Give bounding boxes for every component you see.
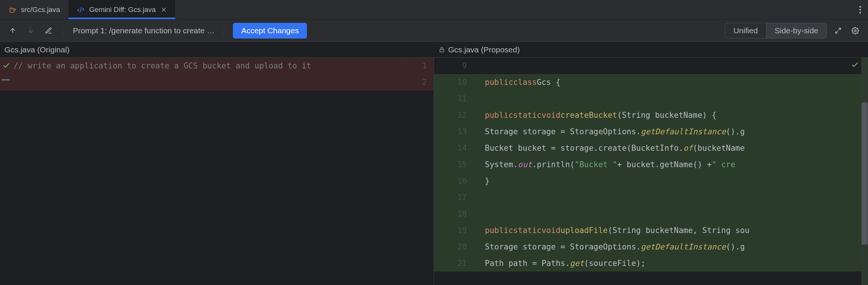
edit-icon[interactable] <box>43 25 55 37</box>
tab-label: src/Gcs.java <box>21 6 60 14</box>
caret-indicator <box>1 79 10 80</box>
view-mode-side-by-side[interactable]: Side-by-side <box>766 23 827 38</box>
separator <box>64 25 64 37</box>
code-line[interactable]: 14 Bucket bucket = storage.create(Bucket… <box>434 140 868 156</box>
pane-headers: Gcs.java (Original) Gcs.java (Proposed) <box>0 42 868 58</box>
view-mode-segment: Unified Side-by-side <box>725 23 827 39</box>
code-line[interactable]: // write an application to create a GCS … <box>0 58 434 74</box>
separator <box>224 25 224 37</box>
toolbar-right: Unified Side-by-side <box>725 23 861 39</box>
view-mode-unified[interactable]: Unified <box>725 23 766 38</box>
svg-point-2 <box>859 12 861 13</box>
scrollbar[interactable] <box>861 58 868 285</box>
gear-icon[interactable] <box>849 25 861 37</box>
diff-body: // write an application to create a GCS … <box>0 58 868 285</box>
code-line[interactable]: 13 Storage storage = StorageOptions.getD… <box>434 123 868 140</box>
tab-src-gcs[interactable]: src/Gcs.java <box>0 0 68 19</box>
svg-rect-4 <box>440 49 444 52</box>
code-line[interactable]: 12 public static void createBucket(Strin… <box>434 107 868 123</box>
check-icon <box>2 61 10 70</box>
original-pane[interactable]: // write an application to create a GCS … <box>0 58 434 285</box>
lock-icon <box>438 46 445 53</box>
proposed-pane[interactable]: 910public class Gcs {1112 public static … <box>434 58 868 285</box>
prompt-label: Prompt 1: /generate function to create … <box>73 26 215 35</box>
code-line[interactable]: 18 <box>434 206 868 222</box>
pane-title-proposed: Gcs.java (Proposed) <box>448 45 520 54</box>
code-line[interactable]: 10public class Gcs { <box>434 74 868 91</box>
code-line[interactable]: 17 <box>434 189 868 206</box>
arrow-up-icon[interactable] <box>7 25 19 37</box>
diff-toolbar: Prompt 1: /generate function to create …… <box>0 19 868 42</box>
code-line[interactable]: 2 <box>0 74 434 91</box>
code-line[interactable]: 21 Path path = Paths.get(sourceFile); <box>434 255 868 272</box>
svg-point-0 <box>859 6 861 7</box>
expand-icon[interactable] <box>832 25 844 37</box>
svg-point-3 <box>855 30 856 31</box>
close-icon[interactable] <box>160 6 167 13</box>
svg-point-1 <box>859 9 861 10</box>
check-icon <box>851 61 859 69</box>
scrollbar-thumb[interactable] <box>862 102 868 245</box>
accept-changes-button[interactable]: Accept Changes <box>233 23 307 39</box>
code-line[interactable]: 20 Storage storage = StorageOptions.getD… <box>434 239 868 255</box>
more-icon[interactable] <box>852 6 868 14</box>
code-line[interactable]: 19 public static void uploadFile(String … <box>434 222 868 239</box>
code-line[interactable]: 16 } <box>434 173 868 189</box>
tab-bar: src/Gcs.java Gemini Diff: Gcs.java <box>0 0 868 19</box>
code-line[interactable]: 9 <box>434 58 868 74</box>
pane-header-proposed: Gcs.java (Proposed) <box>434 42 868 57</box>
tab-label: Gemini Diff: Gcs.java <box>89 6 156 14</box>
coffee-icon <box>8 6 16 14</box>
pane-header-original: Gcs.java (Original) <box>0 42 434 57</box>
tab-gemini-diff[interactable]: Gemini Diff: Gcs.java <box>68 0 175 19</box>
arrow-down-icon[interactable] <box>25 25 37 37</box>
pane-title-original: Gcs.java (Original) <box>4 45 70 54</box>
diff-icon <box>77 6 85 14</box>
code-line[interactable]: 11 <box>434 91 868 107</box>
code-line[interactable]: 15 System.out.println("Bucket " + bucket… <box>434 156 868 173</box>
